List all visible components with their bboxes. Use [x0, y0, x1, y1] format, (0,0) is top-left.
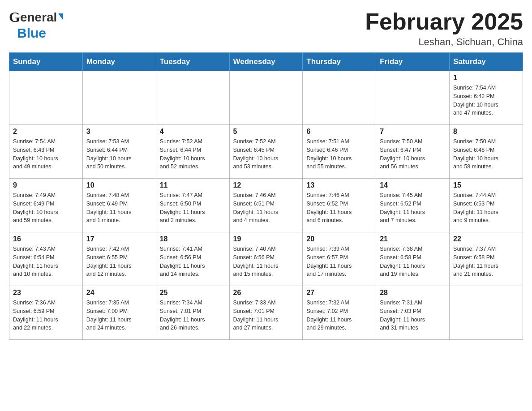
header-tuesday: Tuesday: [156, 53, 229, 71]
week-row-4: 16Sunrise: 7:43 AMSunset: 6:54 PMDayligh…: [9, 232, 523, 286]
day-number: 27: [306, 289, 372, 297]
day-number: 19: [233, 235, 299, 243]
calendar-cell: 12Sunrise: 7:46 AMSunset: 6:51 PMDayligh…: [229, 179, 303, 232]
location: Leshan, Sichuan, China: [365, 36, 523, 48]
calendar-cell: 18Sunrise: 7:41 AMSunset: 6:56 PMDayligh…: [156, 232, 229, 286]
day-info: Sunrise: 7:36 AMSunset: 6:59 PMDaylight:…: [13, 299, 79, 332]
day-info: Sunrise: 7:54 AMSunset: 6:43 PMDaylight:…: [13, 137, 79, 171]
day-number: 8: [453, 128, 519, 136]
day-info: Sunrise: 7:44 AMSunset: 6:53 PMDaylight:…: [453, 191, 519, 225]
day-number: 7: [380, 128, 446, 136]
day-number: 20: [306, 235, 372, 243]
calendar-cell: 4Sunrise: 7:52 AMSunset: 6:44 PMDaylight…: [156, 125, 229, 179]
calendar-cell: 13Sunrise: 7:46 AMSunset: 6:52 PMDayligh…: [303, 179, 376, 232]
calendar-cell: 27Sunrise: 7:32 AMSunset: 7:02 PMDayligh…: [303, 286, 376, 340]
header-friday: Friday: [376, 53, 450, 71]
day-info: Sunrise: 7:46 AMSunset: 6:52 PMDaylight:…: [306, 191, 372, 225]
day-info: Sunrise: 7:31 AMSunset: 7:03 PMDaylight:…: [380, 299, 446, 332]
day-info: Sunrise: 7:33 AMSunset: 7:01 PMDaylight:…: [233, 299, 299, 332]
day-info: Sunrise: 7:42 AMSunset: 6:55 PMDaylight:…: [86, 245, 152, 278]
day-info: Sunrise: 7:39 AMSunset: 6:57 PMDaylight:…: [306, 245, 372, 278]
day-info: Sunrise: 7:52 AMSunset: 6:45 PMDaylight:…: [233, 137, 299, 171]
logo: G eneral Blue: [9, 9, 63, 41]
calendar-cell: 6Sunrise: 7:51 AMSunset: 6:46 PMDaylight…: [303, 125, 376, 179]
calendar-cell: 16Sunrise: 7:43 AMSunset: 6:54 PMDayligh…: [9, 232, 83, 286]
calendar-cell: 14Sunrise: 7:45 AMSunset: 6:52 PMDayligh…: [376, 179, 450, 232]
day-number: 13: [306, 181, 372, 189]
day-number: 17: [86, 235, 152, 243]
logo-eneral: eneral: [20, 10, 57, 25]
calendar-cell: [303, 71, 376, 125]
week-row-1: 1Sunrise: 7:54 AMSunset: 6:42 PMDaylight…: [9, 71, 523, 125]
calendar-cell: 17Sunrise: 7:42 AMSunset: 6:55 PMDayligh…: [82, 232, 156, 286]
day-number: 21: [380, 235, 446, 243]
calendar-cell: 8Sunrise: 7:50 AMSunset: 6:48 PMDaylight…: [450, 125, 523, 179]
logo-triangle-icon: [58, 13, 63, 20]
day-info: Sunrise: 7:38 AMSunset: 6:58 PMDaylight:…: [380, 245, 446, 278]
calendar-cell: 21Sunrise: 7:38 AMSunset: 6:58 PMDayligh…: [376, 232, 450, 286]
day-info: Sunrise: 7:43 AMSunset: 6:54 PMDaylight:…: [13, 245, 79, 278]
day-number: 10: [86, 181, 152, 189]
calendar-cell: 3Sunrise: 7:53 AMSunset: 6:44 PMDaylight…: [82, 125, 156, 179]
day-info: Sunrise: 7:45 AMSunset: 6:52 PMDaylight:…: [380, 191, 446, 225]
logo-line1: G eneral: [9, 9, 63, 26]
day-number: 9: [13, 181, 79, 189]
day-number: 23: [13, 289, 79, 297]
week-row-2: 2Sunrise: 7:54 AMSunset: 6:43 PMDaylight…: [9, 125, 523, 179]
day-info: Sunrise: 7:47 AMSunset: 6:50 PMDaylight:…: [160, 191, 226, 225]
calendar-cell: 26Sunrise: 7:33 AMSunset: 7:01 PMDayligh…: [229, 286, 303, 340]
day-info: Sunrise: 7:50 AMSunset: 6:48 PMDaylight:…: [453, 137, 519, 171]
calendar-cell: 10Sunrise: 7:48 AMSunset: 6:49 PMDayligh…: [82, 179, 156, 232]
day-number: 1: [453, 74, 519, 82]
calendar-header-row: Sunday Monday Tuesday Wednesday Thursday…: [9, 53, 523, 71]
day-info: Sunrise: 7:46 AMSunset: 6:51 PMDaylight:…: [233, 191, 299, 225]
calendar-cell: 7Sunrise: 7:50 AMSunset: 6:47 PMDaylight…: [376, 125, 450, 179]
header-monday: Monday: [82, 53, 156, 71]
calendar-cell: 15Sunrise: 7:44 AMSunset: 6:53 PMDayligh…: [450, 179, 523, 232]
calendar-cell: 25Sunrise: 7:34 AMSunset: 7:01 PMDayligh…: [156, 286, 229, 340]
calendar-cell: [82, 71, 156, 125]
day-number: 18: [160, 235, 226, 243]
calendar-table: Sunday Monday Tuesday Wednesday Thursday…: [9, 52, 523, 340]
day-info: Sunrise: 7:50 AMSunset: 6:47 PMDaylight:…: [380, 137, 446, 171]
calendar-cell: [229, 71, 303, 125]
week-row-3: 9Sunrise: 7:49 AMSunset: 6:49 PMDaylight…: [9, 179, 523, 232]
calendar-cell: 2Sunrise: 7:54 AMSunset: 6:43 PMDaylight…: [9, 125, 83, 179]
page-header: G eneral Blue February 2025 Leshan, Sich…: [9, 9, 523, 48]
calendar-cell: 5Sunrise: 7:52 AMSunset: 6:45 PMDaylight…: [229, 125, 303, 179]
day-number: 22: [453, 235, 519, 243]
day-info: Sunrise: 7:41 AMSunset: 6:56 PMDaylight:…: [160, 245, 226, 278]
day-number: 24: [86, 289, 152, 297]
header-wednesday: Wednesday: [229, 53, 303, 71]
calendar-cell: 20Sunrise: 7:39 AMSunset: 6:57 PMDayligh…: [303, 232, 376, 286]
day-info: Sunrise: 7:53 AMSunset: 6:44 PMDaylight:…: [86, 137, 152, 171]
day-info: Sunrise: 7:34 AMSunset: 7:01 PMDaylight:…: [160, 299, 226, 332]
day-number: 4: [160, 128, 226, 136]
day-number: 3: [86, 128, 152, 136]
day-info: Sunrise: 7:51 AMSunset: 6:46 PMDaylight:…: [306, 137, 372, 171]
calendar-cell: 9Sunrise: 7:49 AMSunset: 6:49 PMDaylight…: [9, 179, 83, 232]
day-number: 11: [160, 181, 226, 189]
logo-g: G: [9, 9, 20, 26]
title-block: February 2025 Leshan, Sichuan, China: [365, 9, 523, 48]
day-number: 26: [233, 289, 299, 297]
header-thursday: Thursday: [303, 53, 376, 71]
header-saturday: Saturday: [450, 53, 523, 71]
calendar-cell: [376, 71, 450, 125]
calendar-cell: [450, 286, 523, 340]
day-info: Sunrise: 7:40 AMSunset: 6:56 PMDaylight:…: [233, 245, 299, 278]
calendar-cell: [9, 71, 83, 125]
day-info: Sunrise: 7:54 AMSunset: 6:42 PMDaylight:…: [453, 84, 519, 117]
day-number: 25: [160, 289, 226, 297]
calendar-cell: 24Sunrise: 7:35 AMSunset: 7:00 PMDayligh…: [82, 286, 156, 340]
day-number: 15: [453, 181, 519, 189]
calendar-cell: 23Sunrise: 7:36 AMSunset: 6:59 PMDayligh…: [9, 286, 83, 340]
day-info: Sunrise: 7:52 AMSunset: 6:44 PMDaylight:…: [160, 137, 226, 171]
calendar-cell: 19Sunrise: 7:40 AMSunset: 6:56 PMDayligh…: [229, 232, 303, 286]
day-number: 5: [233, 128, 299, 136]
day-number: 28: [380, 289, 446, 297]
day-info: Sunrise: 7:35 AMSunset: 7:00 PMDaylight:…: [86, 299, 152, 332]
day-info: Sunrise: 7:48 AMSunset: 6:49 PMDaylight:…: [86, 191, 152, 225]
day-number: 16: [13, 235, 79, 243]
calendar-cell: 11Sunrise: 7:47 AMSunset: 6:50 PMDayligh…: [156, 179, 229, 232]
